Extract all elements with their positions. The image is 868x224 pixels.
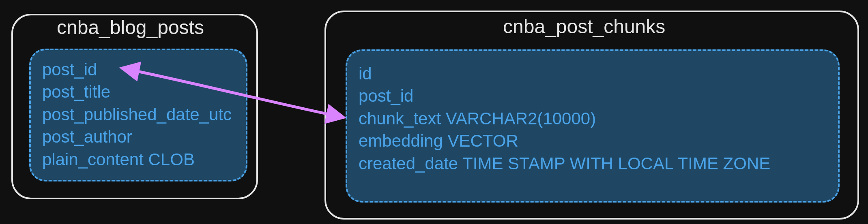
er-diagram-canvas: cnba_blog_posts post_id post_title post_… [0, 0, 868, 224]
relationship-arrow-icon [0, 0, 868, 224]
